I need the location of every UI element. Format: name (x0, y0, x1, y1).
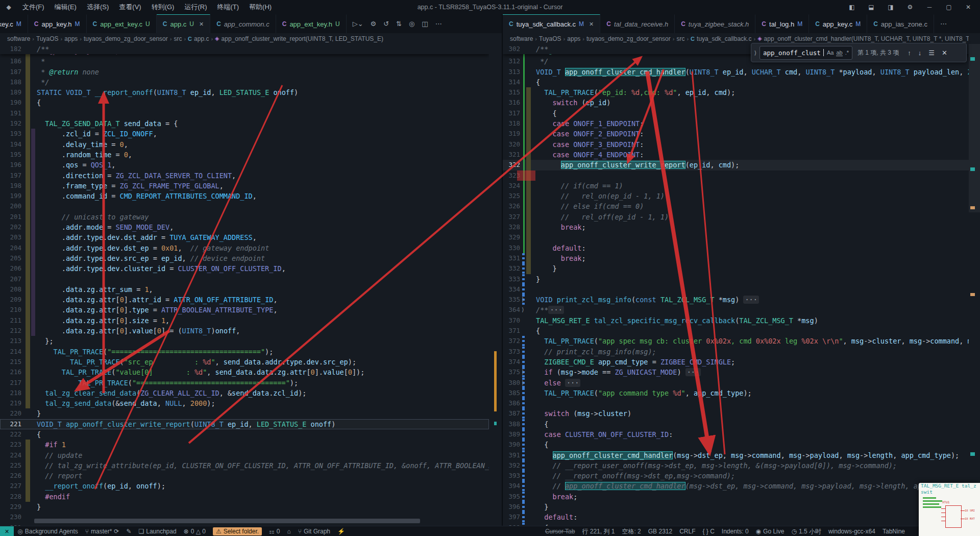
tab-tal_log.h[interactable]: Ctal_log.hM (755, 14, 809, 33)
code-line-228[interactable]: 228 #endif (0, 492, 489, 502)
code-line-197[interactable]: 197 .direction = ZG_ZCL_DATA_SERVER_TO_C… (0, 170, 489, 181)
code-line-188[interactable]: 188 */ (0, 77, 489, 87)
breadcrumb-item[interactable]: TuyaOS (36, 35, 59, 42)
code-line-224[interactable]: 224 // update (0, 450, 489, 460)
code-line-371[interactable]: 371{ (503, 326, 969, 336)
code-line-374[interactable]: 374 ZIGBEE_CMD_E app_cmd_type = ZIGBEE_C… (503, 357, 969, 367)
code-line-194[interactable]: 194 .delay_time = 0, (0, 139, 489, 150)
breadcrumb-item[interactable]: tuya_sdk_callback.c (697, 35, 751, 42)
code-line-202[interactable]: 202 .addr.mode = SEND_MODE_DEV, (0, 222, 489, 232)
code-line-393[interactable]: 393 // __report_onoff(msg->dst_ep,msg->c… (503, 471, 969, 481)
status-bolt[interactable]: ⚡ (337, 528, 345, 535)
breadcrumb-item[interactable]: app.c (194, 35, 209, 42)
code-line-190[interactable]: 190{ (0, 98, 489, 108)
code-line-329[interactable]: 329 (503, 232, 969, 242)
tab-app_ext_key.h[interactable]: Capp_ext_key.hU (276, 14, 347, 33)
code-line-318[interactable]: 318 case ONOFF_1_ENDPOINT: (503, 118, 969, 129)
code-line-210[interactable]: 210 .data.zg.attr[0].type = ATTR_BOOLEAN… (0, 305, 489, 315)
fold-chevron-icon[interactable]: ⟩ (521, 295, 525, 305)
code-line-333[interactable]: 333} (503, 274, 969, 284)
minimap[interactable] (969, 44, 980, 526)
code-line-324[interactable]: 324 // if(cmd == 1) (503, 181, 969, 191)
code-line-213[interactable]: 213 }; (0, 336, 489, 346)
code-line-227[interactable]: 227 __report_onoff(ep_id, onoff); (0, 481, 489, 491)
code-line-392[interactable]: 392 // __report_user_onoff(msg->dst_ep, … (503, 460, 969, 471)
status-go-live[interactable]: ◉Go Live (756, 528, 785, 535)
close-find-button[interactable]: ✕ (942, 49, 947, 57)
tab-app_ias_zone.c[interactable]: Capp_ias_zone.c (867, 14, 934, 33)
menu-文件[interactable]: 文件(F) (17, 3, 50, 11)
tab-app_common.c[interactable]: Capp_common.c (210, 14, 276, 33)
code-line-325[interactable]: 325 // rel_on(ep_id - 1, 1) (503, 191, 969, 201)
code-line-193[interactable]: 193 .zcl_id = ZCL_ID_ONOFF, (0, 129, 489, 139)
menu-查看[interactable]: 查看(V) (114, 3, 146, 11)
code-line-192[interactable]: 192 TAL_ZG_SEND_DATA_T send_data = { (0, 118, 489, 129)
tab-app_ext_key.c[interactable]: Capp_ext_key.cU (87, 14, 157, 33)
toggle-replace-icon[interactable]: ⟩ (751, 50, 760, 56)
code-line-214[interactable]: 214 TAL_PR_TRACE("======================… (0, 347, 489, 357)
code-line-222[interactable]: 222{ (0, 429, 489, 440)
breadcrumb-item[interactable]: apps (567, 35, 580, 42)
status-cursor-tab[interactable]: Cursor Tab (545, 528, 575, 535)
breadcrumb[interactable]: software›TuyaOS›apps›tuyaos_demo_zg_door… (510, 33, 969, 44)
code-line-206[interactable]: 206 .addr.type.dev.cluster_id = CLUSTER_… (0, 263, 489, 274)
tab-app_key.c[interactable]: Capp_key.cM (809, 14, 867, 33)
code-line-388[interactable]: 388 { (503, 419, 969, 429)
code-line-219[interactable]: 219 tal_zg_send_data(&send_data, NULL, 2… (0, 398, 489, 408)
status-toolchain[interactable]: windows-gcc-x64 (828, 528, 875, 535)
editor-action-icon[interactable]: ◎ (409, 20, 414, 28)
code-line-195[interactable]: 195 .random_time = 0, (0, 150, 489, 160)
breadcrumb-item[interactable]: software (7, 35, 30, 42)
code-line-386[interactable]: 386 (503, 398, 969, 408)
code-line-380[interactable]: 380⟩ else ··· (503, 378, 969, 388)
code-line-198[interactable]: 198 .frame_type = ZG_ZCL_FRAME_TYPE_GLOB… (0, 181, 489, 191)
status-indent-setting[interactable]: 空格: 2 (622, 527, 641, 536)
code-line-212[interactable]: 212 .data.zg.attr[0].value[0] = (UINT8_T… (0, 326, 489, 336)
menu-帮助[interactable]: 帮助(H) (244, 3, 277, 11)
code-line-334[interactable]: 334 (503, 284, 969, 295)
fold-chevron-icon[interactable]: ⟩ (521, 378, 525, 388)
breadcrumb-item[interactable]: src (174, 35, 182, 42)
code-line-229[interactable]: 229} (0, 502, 489, 512)
code-line-328[interactable]: 328 break; (503, 222, 969, 232)
close-button[interactable]: ✕ (960, 4, 977, 11)
status-indents[interactable]: Indents: 0 (722, 528, 749, 535)
code-line-199[interactable]: 199 .command_id = CMD_REPORT_ATTRIBUTES_… (0, 191, 489, 201)
editor-action-icon[interactable]: ⇅ (396, 20, 402, 28)
code-line-215[interactable]: 215 TAL_PR_TRACE("src_ep : %d", send_dat… (0, 357, 489, 367)
code-line-331[interactable]: 331 break; (503, 253, 969, 263)
code-line-390[interactable]: 390 { (503, 440, 969, 450)
status-launchpad[interactable]: ❏Launchpad (138, 528, 176, 535)
code-line-335[interactable]: 335⟩VOID print_zcl_msg_info(const TAL_ZC… (503, 295, 969, 305)
editor-action-icon[interactable]: ↺ (383, 20, 389, 28)
editor-action-icon[interactable]: ▷⌄ (353, 20, 363, 28)
editor-action-icon[interactable]: ⚙ (371, 20, 377, 28)
settings-gear-icon[interactable]: ⚙ (901, 4, 919, 11)
code-line-385[interactable]: 385 TAL_PR_TRACE("app command type %d", … (503, 388, 969, 398)
status-pencil-icon-item[interactable]: ✎ (126, 528, 131, 535)
status-tabnine[interactable]: TabNine (883, 528, 905, 535)
code-line-313[interactable]: 313VOID_T app_onoff_cluster_cmd_handler(… (503, 67, 969, 77)
tab-app.c[interactable]: Capp.cU✕ (157, 14, 210, 33)
code-line-321[interactable]: 321 case ONOFF_4_ENDPOINT: (503, 150, 969, 160)
code-line-217[interactable]: 217 TAL_PR_TRACE("======================… (0, 378, 489, 388)
code-line-204[interactable]: 204 .addr.type.dev.dst_ep = 0x01, // gat… (0, 243, 489, 253)
code-line-332[interactable]: 332 } (503, 263, 969, 274)
layout-sidebar-icon[interactable]: ◧ (843, 4, 861, 11)
code-line-387[interactable]: 387 switch (msg->cluster) (503, 408, 969, 419)
breadcrumb-item[interactable]: software (510, 35, 533, 42)
code-line-203[interactable]: 203 .addr.type.dev.dst_addr = TUYA_GATEW… (0, 232, 489, 242)
code-line-221[interactable]: 221VOID_T app_onoff_cluster_write_report… (0, 419, 489, 429)
status-eol[interactable]: CRLF (679, 528, 695, 535)
code-line-225[interactable]: 225 // tal_zg_write_attribute(ep_id, CLU… (0, 460, 489, 471)
fold-chevron-icon[interactable]: ⟩ (521, 367, 525, 377)
code-line-396[interactable]: 396 } (503, 502, 969, 512)
code-line-207[interactable]: 207 (0, 274, 489, 284)
code-line-209[interactable]: 209 .data.zg.attr[0].attr_id = ATTR_ON_O… (0, 295, 489, 305)
code-line-201[interactable]: 201 // unicast to gateway (0, 212, 489, 222)
menu-选择[interactable]: 选择(S) (82, 3, 114, 11)
code-line-205[interactable]: 205 .addr.type.dev.src_ep = ep_id, // de… (0, 253, 489, 263)
breadcrumb-item[interactable]: tuyaos_demo_zg_door_sensor (586, 35, 671, 42)
code-line-330[interactable]: 330 default: (503, 243, 969, 253)
status-home[interactable]: ⌂ (287, 528, 291, 535)
